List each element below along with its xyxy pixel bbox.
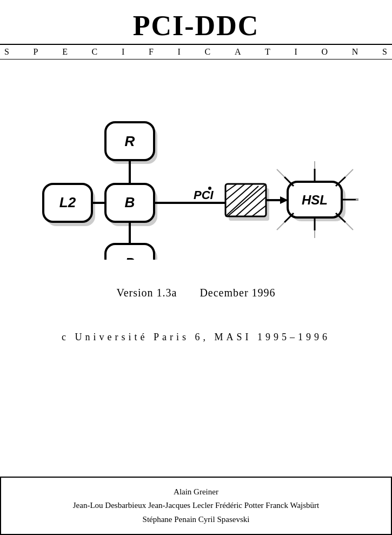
spec-p: P: [34, 47, 39, 57]
svg-text:HSL: HSL: [302, 193, 328, 207]
spec-t: T: [265, 47, 271, 57]
svg-point-17: [208, 187, 211, 190]
diagram-svg: L2 B R P PCI: [34, 97, 358, 260]
authors-box: Alain Greiner Jean-Lou Desbarbieux Jean-…: [0, 477, 392, 536]
svg-text:L2: L2: [59, 194, 76, 210]
spec-i1: I: [122, 47, 125, 57]
spec-o: O: [322, 47, 329, 57]
version-info: Version 1.3a December 1996: [0, 287, 392, 299]
spec-i2: I: [178, 47, 181, 57]
spec-s1: S: [4, 47, 10, 57]
svg-line-43: [346, 222, 353, 230]
spec-n: N: [352, 47, 359, 57]
architecture-diagram: L2 B R P PCI: [0, 92, 392, 265]
spec-i3: I: [295, 47, 298, 57]
svg-line-46: [277, 169, 284, 177]
copyright-section: c Université Paris 6, MASI 1995–1996: [0, 332, 392, 343]
svg-text:R: R: [124, 133, 135, 149]
version-date: December 1996: [200, 287, 275, 299]
copyright-text: c Université Paris 6, MASI 1995–1996: [62, 332, 330, 342]
page-title: PCI-DDC: [0, 0, 392, 44]
svg-line-47: [277, 222, 284, 230]
authors-line1: Alain Greiner: [12, 485, 380, 499]
spec-a: A: [235, 47, 242, 57]
svg-line-35: [336, 177, 346, 186]
specifications-bar: S P E C I F I C A T I O N S: [0, 44, 392, 60]
svg-text:B: B: [124, 194, 135, 210]
spec-c2: C: [205, 47, 211, 57]
spec-e: E: [62, 47, 68, 57]
spec-s2: S: [382, 47, 388, 57]
version-label: Version 1.3a: [116, 287, 177, 299]
spec-f: F: [149, 47, 154, 57]
svg-line-42: [346, 169, 353, 177]
authors-line2: Jean-Lou Desbarbieux Jean-Jacques Lecler…: [12, 499, 380, 513]
svg-text:PCI: PCI: [194, 188, 214, 202]
svg-text:P: P: [125, 255, 135, 260]
spec-c: C: [92, 47, 98, 57]
authors-line3: Stéphane Penain Cyril Spasevski: [12, 513, 380, 527]
